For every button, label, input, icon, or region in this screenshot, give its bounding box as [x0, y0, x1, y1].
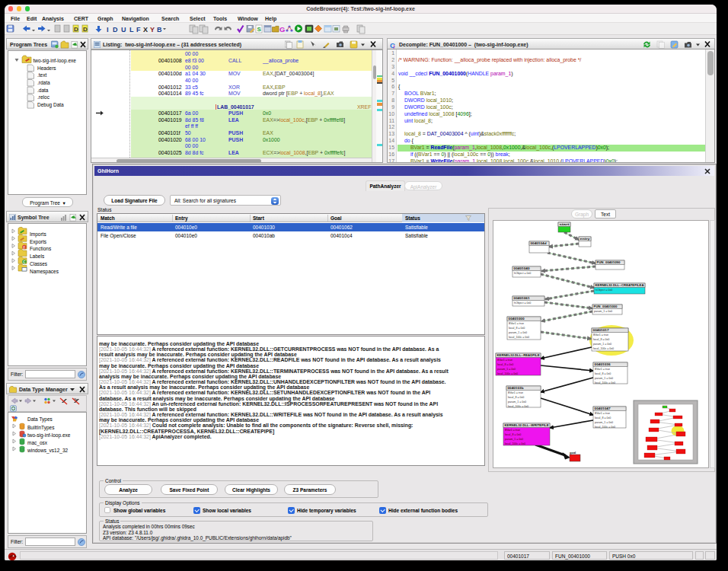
svg-text:U: U [121, 26, 126, 33]
svg-text:FUN_00401090: FUN_00401090 [597, 260, 621, 264]
svg-text:BVar1 = true: BVar1 = true [595, 368, 610, 371]
svg-text:S: S [257, 26, 262, 33]
svg-text:00401017: 00401017 [593, 328, 610, 332]
svg-text:local_8 = 0x0: local_8 = 0x0 [509, 327, 525, 330]
svg-text:param_1 = 0x0: param_1 = 0x0 [593, 343, 611, 346]
svg-text:FUN_00401000: FUN_00401000 [594, 305, 618, 308]
svg-text:local_100c = 0x0: local_100c = 0x0 [497, 372, 518, 375]
svg-text:hObject = 0x0: hObject = 0x0 [514, 301, 531, 305]
svg-text:D: D [113, 26, 118, 33]
svg-text:00401040: 00401040 [514, 266, 531, 270]
svg-text:param_1 = 0x0: param_1 = 0x0 [509, 331, 527, 334]
svg-text:local_8 = 0x0: local_8 = 0x0 [595, 372, 611, 375]
svg-text:local_8 = 0x0: local_8 = 0x0 [497, 363, 513, 366]
svg-text:hObject = 0x0: hObject = 0x0 [514, 272, 531, 275]
svg-text:BVar1 = true: BVar1 = true [505, 429, 520, 432]
svg-text:local_8 = 0x0: local_8 = 0x0 [508, 396, 524, 399]
svg-text:param_1 = 0x0: param_1 = 0x0 [595, 377, 613, 380]
svg-text:local_8 = 0x0: local_8 = 0x0 [593, 338, 609, 341]
svg-text:param_1 = 0x0: param_1 = 0x0 [595, 421, 613, 424]
svg-text:local_100c = 0x0: local_100c = 0x0 [595, 381, 615, 384]
svg-text:param_1 = 0x0: param_1 = 0x0 [594, 310, 612, 313]
svg-text:goal: goal [570, 451, 576, 455]
svg-text:0040103b: 0040103b [508, 386, 525, 390]
svg-text:I: I [107, 26, 109, 33]
svg-text:local_100c = 0x0: local_100c = 0x0 [508, 405, 528, 408]
svg-text:Y: Y [150, 26, 155, 33]
svg-text:00401047: 00401047 [595, 407, 611, 410]
svg-text:KERNEL32.DLL::CREATEFILEA: KERNEL32.DLL::CREATEFILEA [595, 283, 644, 287]
svg-text:00401036: 00401036 [595, 362, 611, 366]
svg-text:B: B [157, 26, 162, 33]
svg-text:00401000: 00401000 [509, 317, 525, 321]
svg-text:L: L [129, 26, 134, 33]
svg-text:param_1 = 0x0: param_1 = 0x0 [508, 400, 526, 404]
svg-text:local_8 = 0x0: local_8 = 0x0 [505, 433, 521, 436]
svg-text:start: start [560, 222, 570, 226]
svg-text:entry: entry [580, 237, 591, 241]
svg-text:D: D [74, 26, 78, 33]
svg-text:local_100c = 0x0: local_100c = 0x0 [509, 336, 529, 339]
svg-text:local_8 = 0x0: local_8 = 0x0 [595, 416, 611, 419]
svg-text:00401061: 00401061 [514, 296, 531, 300]
svg-text:0040104d: 0040104d [531, 241, 548, 245]
svg-text:BVar1 = true: BVar1 = true [595, 412, 610, 415]
svg-text:BVar1 = true: BVar1 = true [593, 333, 608, 337]
svg-text:KERNEL32.DLL::WRITEFILE: KERNEL32.DLL::WRITEFILE [505, 423, 549, 427]
svg-text:/: / [394, 43, 395, 49]
svg-text:D: D [83, 26, 88, 33]
svg-text:hObject = 0x0: hObject = 0x0 [595, 289, 612, 292]
svg-text:BVar1 = true: BVar1 = true [508, 391, 523, 394]
svg-text:local_100c = 0x0: local_100c = 0x0 [595, 426, 615, 429]
svg-text:BVar1 = true: BVar1 = true [497, 359, 512, 362]
svg-text:BVar1 = true: BVar1 = true [509, 322, 524, 325]
svg-text:local_100c = 0x0: local_100c = 0x0 [505, 442, 525, 445]
svg-text:G: G [279, 25, 285, 33]
svg-text:F: F [136, 26, 141, 33]
svg-text:KERNEL32.DLL::READFILE: KERNEL32.DLL::READFILE [497, 353, 540, 357]
svg-text:local_100c = 0x0: local_100c = 0x0 [593, 347, 614, 350]
svg-text:param_1 = 0x0: param_1 = 0x0 [505, 438, 523, 441]
svg-text:param_1 = 0x0: param_1 = 0x0 [497, 368, 516, 371]
svg-text:X: X [143, 26, 148, 33]
